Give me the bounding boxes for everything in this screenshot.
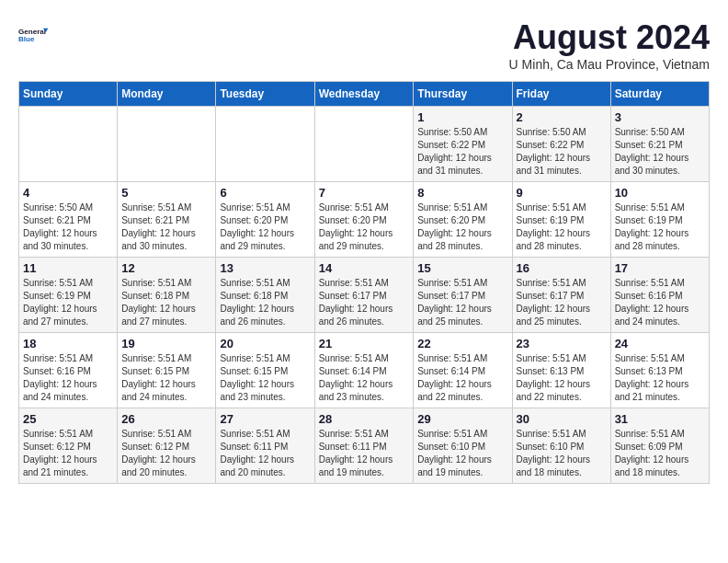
calendar-cell: 16Sunrise: 5:51 AM Sunset: 6:17 PM Dayli…: [512, 258, 610, 333]
calendar-cell: 17Sunrise: 5:51 AM Sunset: 6:16 PM Dayli…: [610, 258, 709, 333]
day-number: 18: [23, 337, 113, 350]
calendar-cell: 4Sunrise: 5:50 AM Sunset: 6:21 PM Daylig…: [19, 182, 118, 258]
week-row-5: 25Sunrise: 5:51 AM Sunset: 6:12 PM Dayli…: [19, 408, 710, 484]
day-info: Sunrise: 5:51 AM Sunset: 6:13 PM Dayligh…: [517, 352, 607, 404]
day-info: Sunrise: 5:51 AM Sunset: 6:10 PM Dayligh…: [417, 428, 507, 479]
calendar-cell: 12Sunrise: 5:51 AM Sunset: 6:18 PM Dayli…: [118, 258, 216, 333]
day-number: 22: [417, 337, 507, 350]
col-thursday: Thursday: [414, 82, 512, 107]
calendar-cell: 3Sunrise: 5:50 AM Sunset: 6:21 PM Daylig…: [610, 107, 709, 182]
calendar-cell: 10Sunrise: 5:51 AM Sunset: 6:19 PM Dayli…: [610, 182, 709, 258]
day-number: 13: [220, 261, 310, 275]
header-row: Sunday Monday Tuesday Wednesday Thursday…: [19, 82, 710, 107]
calendar-cell: 31Sunrise: 5:51 AM Sunset: 6:09 PM Dayli…: [610, 408, 709, 484]
day-number: 21: [319, 337, 410, 350]
day-number: 4: [23, 186, 113, 200]
day-info: Sunrise: 5:51 AM Sunset: 6:17 PM Dayligh…: [417, 277, 507, 328]
calendar-cell: 6Sunrise: 5:51 AM Sunset: 6:20 PM Daylig…: [216, 182, 314, 258]
calendar-body: 1Sunrise: 5:50 AM Sunset: 6:22 PM Daylig…: [19, 107, 710, 484]
day-info: Sunrise: 5:51 AM Sunset: 6:19 PM Dayligh…: [517, 201, 607, 253]
day-info: Sunrise: 5:51 AM Sunset: 6:13 PM Dayligh…: [615, 352, 705, 404]
day-info: Sunrise: 5:51 AM Sunset: 6:14 PM Dayligh…: [417, 352, 507, 404]
day-info: Sunrise: 5:51 AM Sunset: 6:15 PM Dayligh…: [220, 352, 310, 404]
day-info: Sunrise: 5:51 AM Sunset: 6:17 PM Dayligh…: [319, 277, 410, 328]
day-number: 2: [517, 110, 607, 124]
day-info: Sunrise: 5:51 AM Sunset: 6:12 PM Dayligh…: [121, 428, 211, 479]
page-title: August 2024: [509, 18, 710, 57]
day-number: 14: [319, 261, 410, 275]
calendar-cell: [314, 107, 414, 182]
day-info: Sunrise: 5:51 AM Sunset: 6:12 PM Dayligh…: [23, 428, 113, 479]
calendar-cell: 5Sunrise: 5:51 AM Sunset: 6:21 PM Daylig…: [118, 182, 216, 258]
day-number: 17: [615, 261, 705, 275]
day-number: 6: [220, 186, 310, 200]
day-info: Sunrise: 5:51 AM Sunset: 6:19 PM Dayligh…: [615, 201, 705, 253]
calendar-cell: 28Sunrise: 5:51 AM Sunset: 6:11 PM Dayli…: [314, 408, 414, 484]
calendar-cell: 7Sunrise: 5:51 AM Sunset: 6:20 PM Daylig…: [314, 182, 414, 258]
calendar-cell: 21Sunrise: 5:51 AM Sunset: 6:14 PM Dayli…: [314, 333, 414, 408]
calendar-cell: 26Sunrise: 5:51 AM Sunset: 6:12 PM Dayli…: [118, 408, 216, 484]
calendar-cell: 23Sunrise: 5:51 AM Sunset: 6:13 PM Dayli…: [512, 333, 610, 408]
day-number: 19: [121, 337, 211, 350]
day-info: Sunrise: 5:51 AM Sunset: 6:11 PM Dayligh…: [319, 428, 410, 479]
day-info: Sunrise: 5:51 AM Sunset: 6:20 PM Dayligh…: [319, 201, 410, 253]
day-number: 16: [517, 261, 607, 275]
day-info: Sunrise: 5:51 AM Sunset: 6:10 PM Dayligh…: [517, 428, 607, 479]
day-number: 1: [417, 110, 507, 124]
title-section: August 2024 U Minh, Ca Mau Province, Vie…: [509, 18, 710, 72]
col-wednesday: Wednesday: [314, 82, 414, 107]
day-info: Sunrise: 5:51 AM Sunset: 6:18 PM Dayligh…: [121, 277, 211, 328]
week-row-3: 11Sunrise: 5:51 AM Sunset: 6:19 PM Dayli…: [19, 258, 710, 333]
col-monday: Monday: [118, 82, 216, 107]
calendar-cell: 2Sunrise: 5:50 AM Sunset: 6:22 PM Daylig…: [512, 107, 610, 182]
day-info: Sunrise: 5:51 AM Sunset: 6:16 PM Dayligh…: [615, 277, 705, 328]
day-info: Sunrise: 5:51 AM Sunset: 6:15 PM Dayligh…: [121, 352, 211, 404]
calendar-cell: 29Sunrise: 5:51 AM Sunset: 6:10 PM Dayli…: [414, 408, 512, 484]
day-info: Sunrise: 5:51 AM Sunset: 6:09 PM Dayligh…: [615, 428, 705, 479]
calendar-cell: 9Sunrise: 5:51 AM Sunset: 6:19 PM Daylig…: [512, 182, 610, 258]
calendar-cell: 1Sunrise: 5:50 AM Sunset: 6:22 PM Daylig…: [414, 107, 512, 182]
svg-text:General: General: [18, 28, 46, 36]
calendar-cell: 14Sunrise: 5:51 AM Sunset: 6:17 PM Dayli…: [314, 258, 414, 333]
calendar-cell: 24Sunrise: 5:51 AM Sunset: 6:13 PM Dayli…: [610, 333, 709, 408]
page-header: GeneralBlue August 2024 U Minh, Ca Mau P…: [18, 18, 710, 72]
calendar-header: Sunday Monday Tuesday Wednesday Thursday…: [19, 82, 710, 107]
day-number: 3: [615, 110, 705, 124]
calendar-cell: 27Sunrise: 5:51 AM Sunset: 6:11 PM Dayli…: [216, 408, 314, 484]
calendar-cell: 13Sunrise: 5:51 AM Sunset: 6:18 PM Dayli…: [216, 258, 314, 333]
day-info: Sunrise: 5:51 AM Sunset: 6:21 PM Dayligh…: [121, 201, 211, 253]
logo: GeneralBlue: [18, 18, 51, 52]
day-number: 25: [23, 412, 113, 426]
calendar-cell: 15Sunrise: 5:51 AM Sunset: 6:17 PM Dayli…: [414, 258, 512, 333]
day-number: 28: [319, 412, 410, 426]
day-info: Sunrise: 5:51 AM Sunset: 6:20 PM Dayligh…: [220, 201, 310, 253]
page-subtitle: U Minh, Ca Mau Province, Vietnam: [509, 57, 710, 72]
day-number: 23: [517, 337, 607, 350]
day-info: Sunrise: 5:51 AM Sunset: 6:11 PM Dayligh…: [220, 428, 310, 479]
day-info: Sunrise: 5:50 AM Sunset: 6:21 PM Dayligh…: [23, 201, 113, 253]
day-info: Sunrise: 5:51 AM Sunset: 6:18 PM Dayligh…: [220, 277, 310, 328]
col-friday: Friday: [512, 82, 610, 107]
calendar-table: Sunday Monday Tuesday Wednesday Thursday…: [18, 81, 710, 484]
calendar-cell: [118, 107, 216, 182]
day-info: Sunrise: 5:50 AM Sunset: 6:22 PM Dayligh…: [517, 126, 607, 178]
day-number: 8: [417, 186, 507, 200]
day-info: Sunrise: 5:51 AM Sunset: 6:19 PM Dayligh…: [23, 277, 113, 328]
day-number: 11: [23, 261, 113, 275]
calendar-cell: 19Sunrise: 5:51 AM Sunset: 6:15 PM Dayli…: [118, 333, 216, 408]
week-row-1: 1Sunrise: 5:50 AM Sunset: 6:22 PM Daylig…: [19, 107, 710, 182]
calendar-cell: [216, 107, 314, 182]
week-row-2: 4Sunrise: 5:50 AM Sunset: 6:21 PM Daylig…: [19, 182, 710, 258]
day-number: 31: [615, 412, 705, 426]
day-info: Sunrise: 5:50 AM Sunset: 6:22 PM Dayligh…: [417, 126, 507, 178]
day-number: 7: [319, 186, 410, 200]
calendar-cell: 18Sunrise: 5:51 AM Sunset: 6:16 PM Dayli…: [19, 333, 118, 408]
calendar-cell: 8Sunrise: 5:51 AM Sunset: 6:20 PM Daylig…: [414, 182, 512, 258]
day-info: Sunrise: 5:50 AM Sunset: 6:21 PM Dayligh…: [615, 126, 705, 178]
day-info: Sunrise: 5:51 AM Sunset: 6:14 PM Dayligh…: [319, 352, 410, 404]
day-number: 30: [517, 412, 607, 426]
svg-text:Blue: Blue: [18, 35, 35, 43]
col-saturday: Saturday: [610, 82, 709, 107]
day-number: 10: [615, 186, 705, 200]
day-number: 29: [417, 412, 507, 426]
